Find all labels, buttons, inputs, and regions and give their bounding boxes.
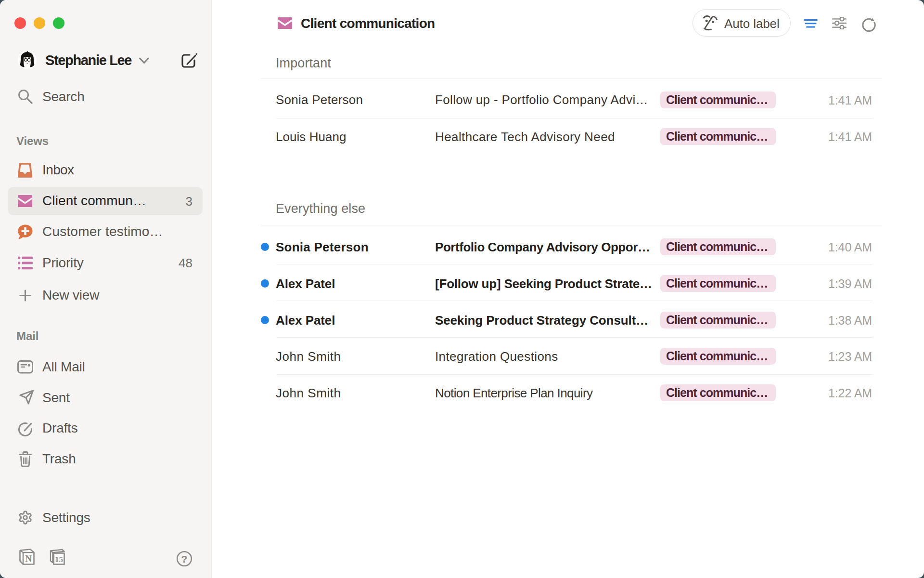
svg-text:?: ? [181,553,188,565]
svg-text:15: 15 [55,555,63,564]
svg-text:N: N [25,553,32,564]
